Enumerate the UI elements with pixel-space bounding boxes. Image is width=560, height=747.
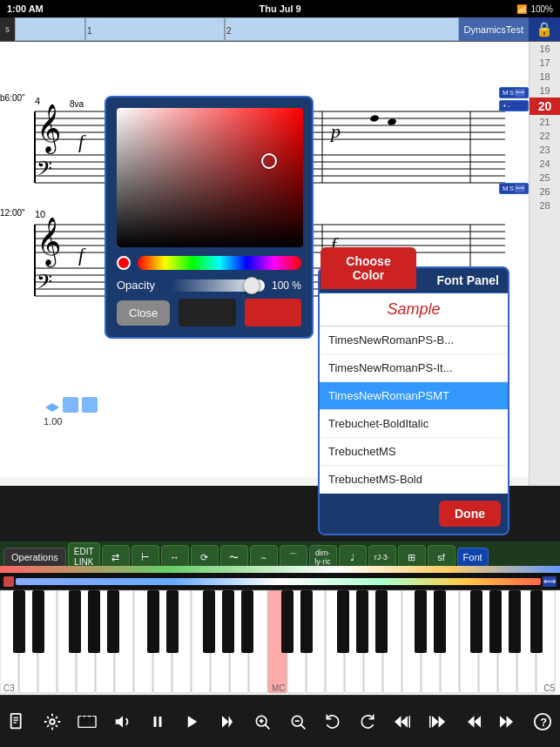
font-panel: Font Panel Sample TimesNewRomanPS-B... T… (318, 266, 509, 535)
svg-text:?: ? (540, 715, 547, 728)
color-bottom-row: Close (117, 299, 301, 326)
status-bar: 1:00 AM Thu Jul 9 📶 100% (0, 0, 560, 17)
svg-marker-130 (432, 716, 439, 728)
done-button[interactable]: Done (439, 501, 501, 527)
svg-text:10: 10 (35, 209, 45, 219)
opacity-label: Opacity (117, 279, 165, 292)
svg-rect-94 (281, 590, 293, 653)
volume-icon (113, 712, 132, 731)
svg-rect-102 (489, 590, 502, 653)
font-toolbar-button[interactable]: Font (457, 548, 489, 567)
piano-keys[interactable]: C3 MC C5 (0, 590, 560, 695)
dim-icon: dim·ly·ric (314, 548, 331, 566)
wifi-icon: 📶 (516, 4, 527, 14)
svg-point-109 (51, 719, 56, 724)
choose-color-button[interactable]: Choose Color (320, 247, 416, 289)
font-item-0[interactable]: TimesNewRomanPS-B... (320, 326, 508, 354)
operations-button[interactable]: Operations (3, 548, 66, 567)
pause-button[interactable] (142, 706, 173, 737)
help-button[interactable]: ? (527, 706, 558, 737)
project-name: DynamicsTest (459, 17, 529, 41)
track-ctrl-3[interactable]: M S ⟺ (499, 183, 529, 194)
svg-rect-87 (88, 590, 100, 653)
status-day: Thu Jul 9 (259, 3, 300, 14)
svg-marker-51 (45, 403, 59, 412)
mnum-18: 18 (530, 70, 560, 84)
svg-text:4: 4 (35, 96, 40, 106)
mute2-label: M (503, 185, 509, 192)
track-color-bar (16, 578, 541, 585)
play-button[interactable] (177, 706, 208, 737)
svg-rect-89 (147, 590, 159, 653)
status-right: 📶 100% (516, 4, 553, 14)
svg-marker-128 (395, 716, 401, 728)
color-swatch-black (179, 299, 235, 326)
svg-rect-116 (159, 717, 161, 727)
arrows-icon: ⇄ (111, 552, 119, 563)
expand-icon[interactable]: ⟺ (515, 89, 525, 97)
svg-rect-53 (63, 397, 78, 413)
mnum-20: 20 (530, 98, 560, 115)
play-forward-button[interactable] (212, 706, 243, 737)
measure-numbers: 16 17 18 19 20 21 22 23 24 25 26 28 (529, 42, 560, 486)
svg-rect-98 (375, 590, 388, 653)
flip-icon: ⟳ (200, 552, 208, 563)
svg-rect-85 (32, 590, 44, 653)
svg-text:𝄞: 𝄞 (37, 217, 61, 267)
seek-back-button[interactable] (387, 706, 418, 737)
hue-slider-row (117, 256, 301, 270)
font-item-4[interactable]: TrebuchetMS (320, 438, 508, 466)
hue-dot (117, 256, 131, 270)
svg-point-50 (387, 118, 396, 125)
svg-rect-91 (203, 590, 215, 653)
svg-marker-131 (439, 716, 446, 728)
color-gradient-box[interactable] (117, 108, 303, 247)
color-swatch-red (245, 299, 301, 326)
expand2-icon[interactable]: ⟺ (515, 185, 525, 192)
svg-marker-135 (500, 716, 507, 728)
track-ctrl-2[interactable]: + - (499, 100, 529, 111)
font-item-3[interactable]: Trebuchet-BoldItalic (320, 410, 508, 438)
svg-rect-113 (91, 716, 94, 722)
beam-icon: ⊞ (408, 552, 415, 563)
undo-icon (324, 713, 341, 730)
doc-button[interactable] (2, 706, 33, 737)
mnum-28: 28 (530, 199, 560, 212)
doc-icon (8, 712, 27, 731)
font-list: TimesNewRomanPS-B... TimesNewRomanPS-It.… (320, 326, 508, 494)
rewind-button[interactable] (457, 706, 489, 737)
opacity-slider[interactable] (172, 279, 265, 292)
ruler-track[interactable]: 1 2 (15, 17, 459, 41)
font-item-2[interactable]: TimesNewRomanPSMT (320, 382, 508, 410)
svg-marker-119 (229, 716, 233, 728)
zoom-out-icon (289, 713, 307, 730)
fast-forward-button[interactable] (492, 706, 523, 737)
status-time: 1:00 AM (7, 3, 44, 14)
piano-button[interactable] (71, 706, 103, 737)
svg-rect-104 (530, 590, 543, 653)
svg-rect-129 (409, 716, 411, 728)
hue-slider[interactable] (138, 256, 301, 270)
mnum-19: 19 (530, 84, 560, 98)
svg-rect-96 (337, 590, 349, 653)
connect-icon: ↔ (170, 552, 179, 562)
undo-button[interactable] (317, 706, 348, 737)
mnum-21: 21 (530, 115, 560, 129)
zoom-out-button[interactable] (282, 706, 314, 737)
expand-track-btn[interactable]: ⟺ (543, 576, 557, 587)
settings-button[interactable] (37, 706, 68, 737)
close-color-button[interactable]: Close (117, 300, 170, 326)
track-ctrl-1[interactable]: M S ⟺ (499, 87, 529, 98)
svg-marker-118 (222, 716, 229, 728)
mnum-16: 16 (530, 42, 560, 56)
svg-rect-92 (222, 590, 234, 653)
svg-rect-54 (82, 397, 98, 413)
font-item-5[interactable]: TrebuchetMS-Bold (320, 466, 508, 494)
seek-forward-button[interactable] (422, 706, 453, 737)
font-sample: Sample (320, 293, 508, 326)
volume-button[interactable] (107, 706, 138, 737)
font-item-1[interactable]: TimesNewRomanPS-It... (320, 354, 508, 382)
tie-icon: ⌢ (260, 552, 267, 563)
zoom-in-button[interactable] (246, 706, 278, 737)
redo-button[interactable] (352, 706, 383, 737)
